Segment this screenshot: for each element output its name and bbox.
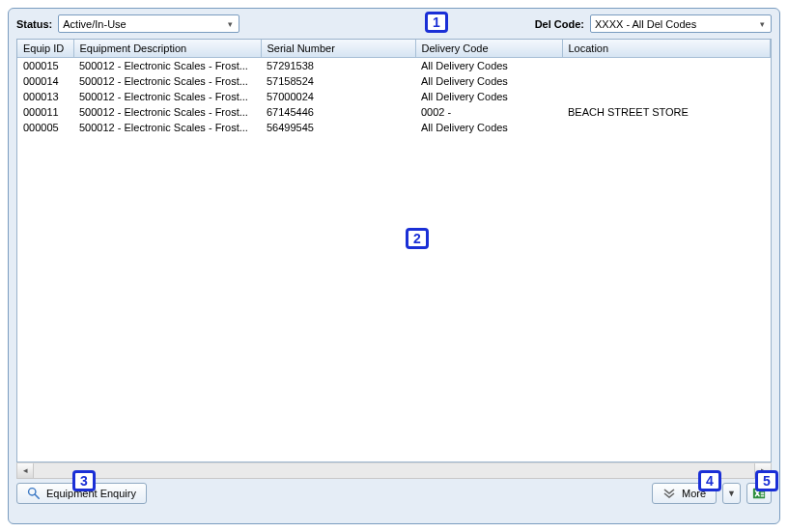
cell-dc: All Delivery Codes [415, 89, 562, 104]
callout-marker-5: 5 [755, 470, 778, 491]
scroll-track[interactable] [34, 463, 754, 478]
status-value: Active/In-Use [63, 18, 126, 30]
cell-id: 000005 [17, 120, 73, 135]
callout-marker-1: 1 [425, 12, 448, 33]
col-equip-id[interactable]: Equip ID [17, 40, 73, 57]
col-equip-desc[interactable]: Equipment Description [73, 40, 261, 57]
callout-marker-2: 2 [406, 228, 429, 249]
chevron-down-icon: ▾ [223, 19, 237, 29]
status-label: Status: [16, 18, 52, 30]
cell-desc: 500012 - Electronic Scales - Frost... [73, 58, 261, 73]
svg-line-1 [35, 494, 39, 498]
cell-sn: 57158524 [261, 73, 415, 89]
cell-loc [562, 89, 771, 104]
cell-desc: 500012 - Electronic Scales - Frost... [73, 104, 261, 120]
col-serial[interactable]: Serial Number [261, 40, 415, 57]
svg-rect-5 [761, 494, 765, 496]
magnifier-icon [27, 487, 41, 500]
filter-bar: Status: Active/In-Use ▾ Del Code: XXXX -… [9, 9, 779, 39]
cell-id: 000013 [17, 89, 73, 104]
table-row[interactable]: 000015500012 - Electronic Scales - Frost… [17, 58, 771, 73]
cell-desc: 500012 - Electronic Scales - Frost... [73, 89, 261, 104]
callout-marker-4: 4 [698, 470, 721, 491]
equipment-panel: Status: Active/In-Use ▾ Del Code: XXXX -… [8, 8, 780, 524]
triangle-down-icon: ▼ [727, 489, 736, 498]
table-body-area[interactable]: 000015500012 - Electronic Scales - Frost… [17, 58, 771, 462]
cell-desc: 500012 - Electronic Scales - Frost... [73, 120, 261, 135]
delcode-label: Del Code: [535, 18, 584, 30]
bottom-toolbar: Equipment Enquiry More ▼ [9, 479, 779, 504]
more-dropdown-button[interactable]: ▼ [722, 483, 741, 504]
cell-dc: All Delivery Codes [415, 120, 562, 135]
cell-id: 000015 [17, 58, 73, 73]
cell-dc: 0002 - [415, 104, 562, 120]
cell-desc: 500012 - Electronic Scales - Frost... [73, 73, 261, 89]
cell-id: 000014 [17, 73, 73, 89]
table-header-row: Equip ID Equipment Description Serial Nu… [17, 40, 771, 57]
scroll-left-btn[interactable]: ◂ [17, 463, 34, 478]
cell-sn: 56499545 [261, 120, 415, 135]
table-row[interactable]: 000014500012 - Electronic Scales - Frost… [17, 73, 771, 89]
delcode-value: XXXX - All Del Codes [595, 18, 696, 30]
table-row[interactable]: 000011500012 - Electronic Scales - Frost… [17, 104, 771, 120]
cell-sn: 57291538 [261, 58, 415, 73]
cell-sn: 57000024 [261, 89, 415, 104]
col-delivery-code[interactable]: Delivery Code [415, 40, 562, 57]
cell-sn: 67145446 [261, 104, 415, 120]
cell-loc [562, 73, 771, 89]
callout-marker-3: 3 [72, 470, 96, 491]
table-row[interactable]: 000005500012 - Electronic Scales - Frost… [17, 120, 771, 135]
status-select[interactable]: Active/In-Use ▾ [58, 14, 239, 33]
chevron-down-icon: ▾ [755, 19, 769, 29]
equipment-table: Equip ID Equipment Description Serial Nu… [16, 39, 772, 462]
table-row[interactable]: 000013500012 - Electronic Scales - Frost… [17, 89, 771, 104]
cell-loc [562, 120, 771, 135]
cell-dc: All Delivery Codes [415, 58, 562, 73]
col-location[interactable]: Location [562, 40, 771, 57]
cell-id: 000011 [17, 104, 73, 120]
horizontal-scrollbar[interactable]: ◂ ▸ [16, 462, 772, 479]
cell-dc: All Delivery Codes [415, 73, 562, 89]
svg-rect-4 [761, 492, 765, 494]
delcode-select[interactable]: XXXX - All Del Codes ▾ [590, 14, 772, 33]
chevrons-down-icon [662, 489, 676, 498]
cell-loc [562, 58, 771, 73]
cell-loc: BEACH STREET STORE [562, 104, 771, 120]
